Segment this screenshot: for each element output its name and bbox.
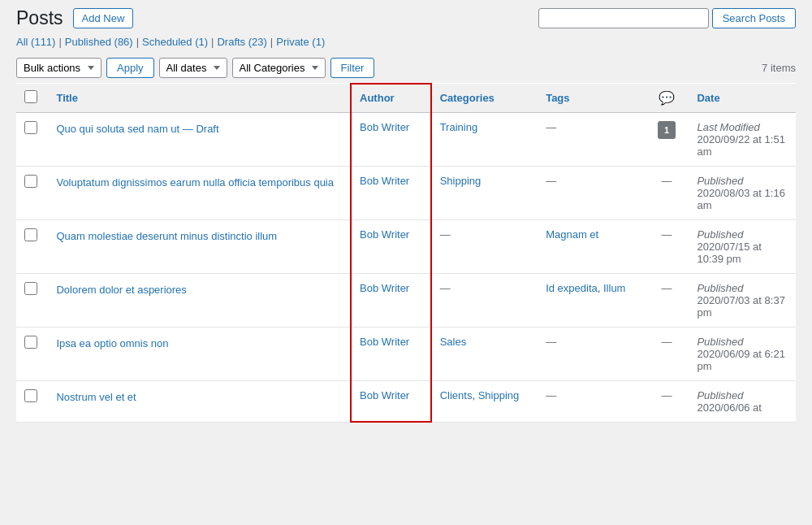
post-title-cell: Ipsa ea optio omnis non <box>48 327 351 380</box>
col-header-title[interactable]: Title <box>48 84 351 113</box>
comments-cell: — <box>645 273 689 327</box>
row-checkbox[interactable] <box>24 228 37 241</box>
author-link[interactable]: Bob Writer <box>352 167 430 195</box>
row-checkbox[interactable] <box>24 121 37 134</box>
filter-all[interactable]: All (111) <box>16 36 55 48</box>
category-link[interactable]: Sales <box>440 336 467 348</box>
author-link[interactable]: Bob Writer <box>352 113 430 141</box>
date-status: Published <box>697 389 788 401</box>
search-posts-button[interactable]: Search Posts <box>712 8 796 28</box>
comment-dash: — <box>662 282 672 294</box>
author-cell: Bob Writer <box>351 273 431 327</box>
row-checkbox[interactable] <box>24 336 37 349</box>
sort-title-link[interactable]: Title <box>56 92 78 104</box>
author-cell: Bob Writer <box>351 327 431 380</box>
comment-dash: — <box>662 389 672 401</box>
tags-cell: Magnam et <box>538 219 645 273</box>
row-checkbox-cell <box>16 166 48 219</box>
tag-link[interactable]: Illum <box>603 282 625 294</box>
post-title-cell: Dolorem dolor et asperiores <box>48 273 351 327</box>
comment-dash: — <box>662 336 672 348</box>
date-status: Published <box>697 336 788 348</box>
row-checkbox[interactable] <box>24 175 37 188</box>
date-cell: Last Modified 2020/09/22 at 1:51 am <box>689 112 796 166</box>
comments-cell: 1 <box>645 112 689 166</box>
row-checkbox-cell <box>16 219 48 273</box>
search-area: Search Posts <box>538 8 796 28</box>
select-all-checkbox-cell <box>16 84 48 113</box>
filter-private[interactable]: Private (1) <box>276 36 325 48</box>
post-title-link[interactable]: Voluptatum dignissimos earum nulla offic… <box>56 176 334 189</box>
categories-cell: Training <box>431 112 538 166</box>
row-checkbox[interactable] <box>24 389 37 402</box>
categories-cell: — <box>431 273 538 327</box>
col-header-author: Author <box>351 84 431 113</box>
select-all-checkbox[interactable] <box>24 90 37 103</box>
date-status: Published <box>697 175 788 187</box>
row-checkbox-cell <box>16 327 48 380</box>
row-checkbox-cell <box>16 112 48 166</box>
date-value: 2020/06/09 at 6:21 pm <box>697 348 784 372</box>
author-cell: Bob Writer <box>351 380 431 422</box>
date-value: 2020/07/03 at 8:37 pm <box>697 294 784 319</box>
categories-cell: Clients, Shipping <box>431 380 538 422</box>
post-title-link[interactable]: Nostrum vel et et <box>56 391 136 403</box>
date-cell: Published 2020/06/09 at 6:21 pm <box>689 327 796 380</box>
col-header-tags: Tags <box>538 84 645 113</box>
dates-select[interactable]: All dates <box>159 58 227 78</box>
tag-link[interactable]: Id expedita <box>546 282 598 294</box>
filter-scheduled[interactable]: Scheduled (1) <box>142 36 208 48</box>
tag-dash: — <box>546 336 556 348</box>
categories-cell: Sales <box>431 327 538 380</box>
category-link[interactable]: Clients <box>440 389 473 401</box>
table-header-row: Title Author Categories Tags 💬 Date <box>16 84 796 113</box>
row-checkbox-cell <box>16 380 48 422</box>
date-cell: Published 2020/08/03 at 1:16 am <box>689 166 796 219</box>
category-link[interactable]: Shipping <box>478 389 520 401</box>
tag-link[interactable]: Magnam et <box>546 228 598 241</box>
filter-drafts[interactable]: Drafts (23) <box>217 36 266 48</box>
categories-cell: — <box>431 219 538 273</box>
comment-count-badge: 1 <box>658 121 676 139</box>
post-title-cell: Nostrum vel et et <box>48 380 351 422</box>
col-header-comments: 💬 <box>645 84 689 113</box>
author-link[interactable]: Bob Writer <box>352 220 430 249</box>
row-checkbox-cell <box>16 273 48 327</box>
table-row: Ipsa ea optio omnis non Bob Writer Sales… <box>16 327 796 380</box>
author-cell: Bob Writer <box>351 166 431 219</box>
categories-select[interactable]: All Categories <box>232 58 326 78</box>
tags-cell: — <box>538 327 645 380</box>
author-link[interactable]: Bob Writer <box>352 328 430 356</box>
search-input[interactable] <box>538 8 709 28</box>
post-title-cell: Voluptatum dignissimos earum nulla offic… <box>48 166 351 219</box>
author-link[interactable]: Bob Writer <box>352 381 430 410</box>
date-cell: Published 2020/06/06 at <box>689 380 796 422</box>
add-new-button[interactable]: Add New <box>73 8 134 28</box>
filter-button[interactable]: Filter <box>330 58 375 78</box>
post-title-link[interactable]: Quo qui soluta sed nam ut — Draft <box>56 123 218 135</box>
post-title-link[interactable]: Dolorem dolor et asperiores <box>56 284 186 296</box>
tags-cell: — <box>538 112 645 166</box>
author-link[interactable]: Bob Writer <box>352 274 430 302</box>
post-title-link[interactable]: Quam molestiae deserunt minus distinctio… <box>56 230 277 242</box>
category-link[interactable]: Shipping <box>440 175 482 187</box>
date-cell: Published 2020/07/15 at 10:39 pm <box>689 219 796 273</box>
table-row: Dolorem dolor et asperiores Bob Writer —… <box>16 273 796 327</box>
table-row: Quam molestiae deserunt minus distinctio… <box>16 219 796 273</box>
post-title-link[interactable]: Ipsa ea optio omnis non <box>56 337 168 349</box>
categories-cell: Shipping <box>431 166 538 219</box>
date-status: Last Modified <box>697 121 788 133</box>
row-checkbox[interactable] <box>24 282 37 295</box>
author-cell: Bob Writer <box>351 219 431 273</box>
items-count: 7 items <box>762 62 796 74</box>
posts-table: Title Author Categories Tags 💬 Date Quo … <box>16 83 796 423</box>
tag-dash: — <box>546 389 556 401</box>
comment-dash: — <box>662 228 672 241</box>
filter-published[interactable]: Published (86) <box>65 36 133 48</box>
category-link[interactable]: Training <box>440 121 477 133</box>
bulk-actions-select[interactable]: Bulk actions <box>16 58 102 78</box>
table-row: Nostrum vel et et Bob Writer Clients, Sh… <box>16 380 796 422</box>
table-row: Voluptatum dignissimos earum nulla offic… <box>16 166 796 219</box>
table-row: Quo qui soluta sed nam ut — Draft Bob Wr… <box>16 112 796 166</box>
apply-button[interactable]: Apply <box>106 58 154 78</box>
